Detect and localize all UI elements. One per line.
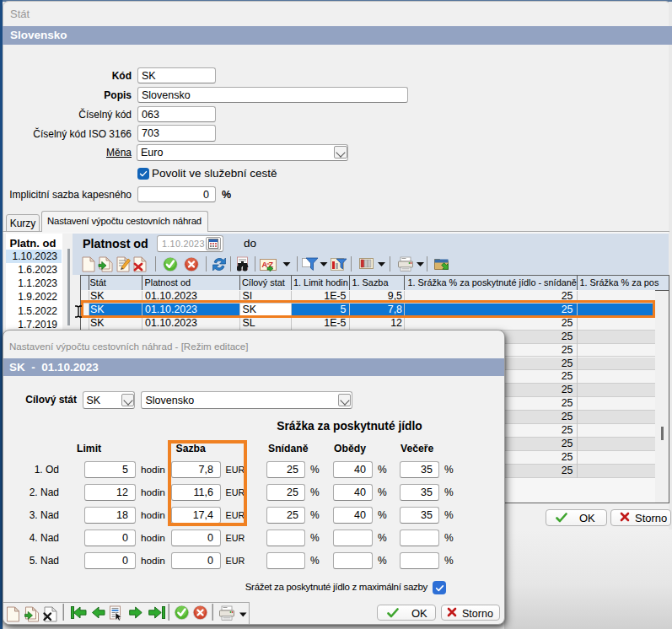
svg-text:A: A bbox=[262, 261, 268, 269]
